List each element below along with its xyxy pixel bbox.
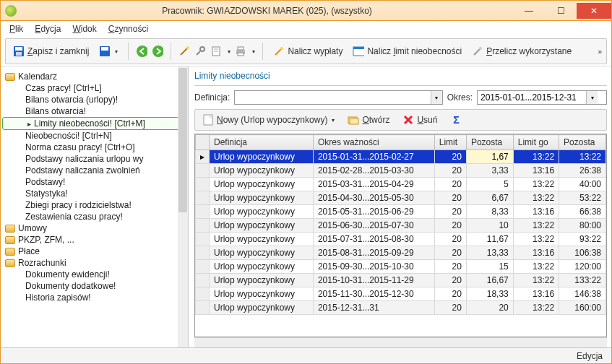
tree-item-czas-pracy[interactable]: Czas pracy! [Ctrl+L]: [2, 82, 186, 94]
tree-folder-rozrachunki[interactable]: Rozrachunki: [2, 257, 186, 269]
tree-scrollbar[interactable]: [178, 66, 188, 347]
cell-limit: 20: [434, 301, 466, 315]
nalicz-wyplaty-button[interactable]: Nalicz wypłaty: [270, 44, 345, 58]
usun-label: Usuń: [417, 115, 437, 125]
table-row[interactable]: Urlop wypoczynkowy2015-05-31...2015-06-2…: [196, 205, 606, 219]
nalicz-limit-button[interactable]: Nalicz limit nieobecności: [350, 44, 465, 58]
cell-pozostalo2: 13:22: [559, 150, 606, 164]
tree-folder-kalendarz[interactable]: Kalendarz: [2, 71, 186, 82]
wand-grey-icon: [472, 46, 483, 57]
tree-item-bilans[interactable]: Bilans otwarcia!: [2, 105, 186, 117]
window-title: Pracownik: GWIAZDOWSKI MAREK (025), (wsz…: [21, 6, 513, 16]
tree-item-norma[interactable]: Norma czasu pracy! [Ctrl+O]: [2, 142, 186, 153]
col-pozostalo[interactable]: Pozosta: [466, 135, 513, 150]
tree-item-podstawy[interactable]: Podstawy!: [2, 176, 186, 188]
tree-item-podstawy-urlop[interactable]: Podstawy naliczania urlopu wy: [2, 153, 186, 165]
col-limit[interactable]: Limit: [434, 135, 466, 150]
col-okres[interactable]: Okres ważności: [313, 135, 434, 150]
usun-button[interactable]: Usuń: [400, 113, 440, 127]
menu-czynnosci[interactable]: Czynności: [108, 24, 148, 34]
tools-icon[interactable]: [194, 46, 206, 57]
svg-rect-23: [350, 118, 358, 124]
print-icon[interactable]: [235, 46, 246, 57]
chevron-down-icon[interactable]: ▾: [586, 91, 598, 104]
wand-icon[interactable]: [178, 46, 190, 57]
overflow-chevron-icon[interactable]: »: [598, 48, 602, 56]
tree-item-zbiegi[interactable]: Zbiegi pracy i rodzicielstwa!: [2, 199, 186, 211]
cell-limit: 20: [434, 219, 466, 233]
svg-point-16: [280, 47, 283, 50]
chevron-down-icon[interactable]: ▾: [228, 48, 230, 55]
table-row[interactable]: Urlop wypoczynkowy2015-02-28...2015-03-3…: [196, 164, 606, 178]
tree-label: Czas pracy! [Ctrl+L]: [25, 83, 102, 93]
minimize-button[interactable]: —: [513, 3, 545, 19]
cell-okres: 2015-12-31...31: [313, 301, 434, 315]
chevron-down-icon[interactable]: ▾: [252, 48, 255, 55]
grid-hscrollbar[interactable]: [194, 337, 607, 347]
tree-item-historia[interactable]: Historia zapisów!: [2, 292, 186, 303]
row-indicator: [196, 287, 210, 301]
otworz-button[interactable]: Otwórz: [345, 113, 392, 127]
cell-pozostalo2: 120:00: [559, 260, 606, 274]
grid[interactable]: Definicja Okres ważności Limit Pozosta L…: [194, 134, 607, 337]
cell-limit: 20: [434, 233, 466, 246]
col-pozostalo2[interactable]: Pozosta: [559, 135, 606, 150]
tree-folder-umowy[interactable]: Umowy: [2, 222, 186, 234]
tree-folder-pkzp[interactable]: PKZP, ZFM, ...: [2, 234, 186, 246]
tree-item-limity-selected[interactable]: ▸Limity nieobecności! [Ctrl+M]: [2, 117, 186, 130]
cell-okres: 2015-02-28...2015-03-30: [313, 164, 434, 178]
page-icon[interactable]: [210, 46, 222, 57]
table-row[interactable]: Urlop wypoczynkowy2015-03-31...2015-04-2…: [196, 178, 606, 191]
chevron-down-icon[interactable]: ▾: [431, 91, 442, 104]
okres-label: Okres:: [447, 92, 473, 103]
cell-pozostalo: 6,67: [466, 191, 513, 205]
separator: [262, 43, 263, 60]
table-row[interactable]: Urlop wypoczynkowy2015-10-31...2015-11-2…: [196, 274, 606, 287]
table-row[interactable]: ▸Urlop wypoczynkowy2015-01-31...2015-02-…: [196, 150, 606, 164]
main-toolbar: Zapisz i zamknij ▾ ▾ ▾ Nalicz wypłaty Na…: [5, 38, 607, 64]
cell-definicja: Urlop wypoczynkowy: [210, 178, 314, 191]
table-row[interactable]: Urlop wypoczynkowy2015-04-30...2015-05-3…: [196, 191, 606, 205]
przelicz-button[interactable]: Przelicz wykorzystane: [469, 44, 574, 58]
table-row[interactable]: Urlop wypoczynkowy2015-06-30...2015-07-3…: [196, 219, 606, 233]
tree-item-nieobecnosci[interactable]: Nieobecności! [Ctrl+N]: [2, 130, 186, 142]
okres-combo[interactable]: ▾: [477, 90, 607, 105]
tree-item-podstawy-zwoln[interactable]: Podstawy naliczania zwolnień: [2, 165, 186, 176]
scrollbar-thumb[interactable]: [178, 68, 187, 212]
tree-item-dok-dodat[interactable]: Dokumenty dodatkowe!: [2, 280, 186, 292]
maximize-button[interactable]: ☐: [545, 3, 577, 19]
table-row[interactable]: Urlop wypoczynkowy2015-07-31...2015-08-3…: [196, 233, 606, 246]
tree-item-statystyka[interactable]: Statystyka!: [2, 188, 186, 199]
col-limitgodz[interactable]: Limit go: [513, 135, 559, 150]
table-row[interactable]: Urlop wypoczynkowy2015-11-30...2015-12-3…: [196, 287, 606, 301]
table-row[interactable]: Urlop wypoczynkowy2015-12-31...31202013:…: [196, 301, 606, 315]
tree-item-zestawienia[interactable]: Zestawienia czasu pracy!: [2, 211, 186, 222]
save-button[interactable]: ▾: [96, 44, 121, 58]
cell-definicja: Urlop wypoczynkowy: [210, 219, 314, 233]
chevron-down-icon[interactable]: ▾: [115, 48, 118, 55]
menu-plik[interactable]: Plik: [9, 24, 23, 34]
menu-edycja[interactable]: Edycja: [35, 24, 61, 34]
save-close-button[interactable]: Zapisz i zamknij: [10, 44, 92, 58]
back-button[interactable]: [136, 46, 147, 57]
row-indicator: [196, 164, 210, 178]
row-indicator: [196, 260, 210, 274]
okres-input[interactable]: [478, 92, 586, 103]
menubar: Plik Edycja Widok Czynności: [1, 21, 611, 37]
tree-item-bilans-urlopy[interactable]: Bilans otwarcia (urlopy)!: [2, 94, 186, 105]
cell-limitgodz: 13:22: [513, 150, 559, 164]
table-row[interactable]: Urlop wypoczynkowy2015-08-31...2015-09-2…: [196, 246, 606, 260]
definicja-combo[interactable]: ▾: [234, 90, 442, 105]
table-row[interactable]: Urlop wypoczynkowy2015-09-30...2015-10-3…: [196, 260, 606, 274]
tree-folder-place[interactable]: Płace: [2, 246, 186, 257]
chevron-down-icon[interactable]: ▾: [332, 117, 335, 124]
nowy-button[interactable]: Nowy (Urlop wypoczynkowy) ▾: [199, 113, 337, 127]
tree-item-dok-ewid[interactable]: Dokumenty ewidencji!: [2, 269, 186, 280]
menu-widok[interactable]: Widok: [72, 24, 96, 34]
col-definicja[interactable]: Definicja: [210, 135, 314, 150]
sigma-button[interactable]: Σ: [447, 113, 465, 127]
close-button[interactable]: ✕: [577, 3, 611, 19]
forward-button[interactable]: [152, 46, 163, 57]
cell-pozostalo: 20: [466, 301, 513, 315]
tree-pane[interactable]: Kalendarz Czas pracy! [Ctrl+L] Bilans ot…: [1, 66, 189, 347]
